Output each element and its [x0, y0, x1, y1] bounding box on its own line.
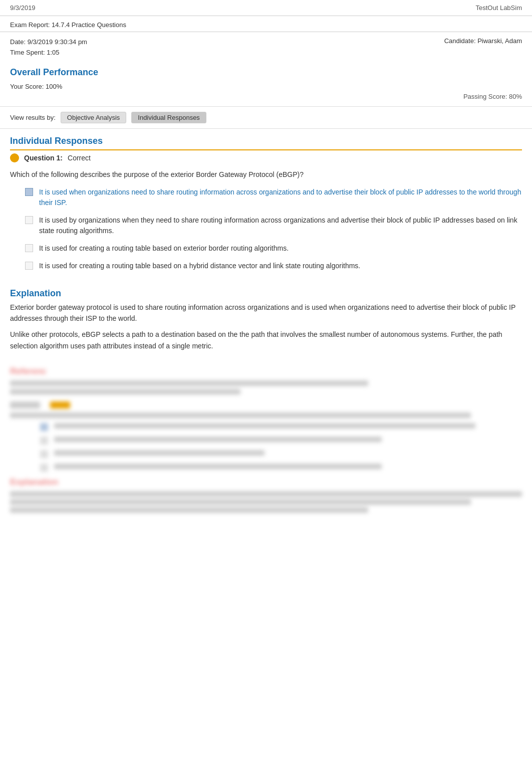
- explanation-para-1: Exterior border gateway protocol is used…: [10, 302, 522, 324]
- individual-responses-title: Individual Responses: [0, 129, 532, 149]
- blurred-a4: [10, 464, 522, 472]
- blurred-a4-text: [54, 464, 382, 469]
- score-left: Your Score: 100%: [10, 83, 62, 90]
- blurred-expl-line-3: [10, 507, 368, 513]
- candidate-name: Candidate: Piwarski, Adam: [444, 37, 522, 45]
- meta-bar: Date: 9/3/2019 9:30:34 pm Time Spent: 1:…: [0, 32, 532, 63]
- view-results-label: View results by:: [10, 114, 56, 121]
- answer-option-3: It is used for creating a routing table …: [10, 243, 522, 254]
- answer-option-1: It is used when organizations need to sh…: [10, 187, 522, 208]
- blurred-reference-section: Referenc Explanation: [0, 361, 532, 521]
- blurred-a3: [10, 450, 522, 459]
- meta-left: Date: 9/3/2019 9:30:34 pm Time Spent: 1:…: [10, 37, 87, 58]
- view-results-bar: View results by: Objective Analysis Indi…: [0, 106, 532, 129]
- answer-text-1: It is used when organizations need to sh…: [39, 187, 522, 208]
- exam-title-bar: Exam Report: 14.7.4 Practice Questions: [0, 16, 532, 32]
- question-1-text: Which of the following describes the pur…: [10, 169, 522, 180]
- question-1-label: Question 1:: [24, 154, 63, 162]
- meta-right: Candidate: Piwarski, Adam: [444, 37, 522, 58]
- blurred-a3-indicator: [40, 450, 48, 458]
- blurred-q2-header: [10, 402, 522, 409]
- answer-indicator-1: [25, 188, 33, 196]
- exam-date: Date: 9/3/2019 9:30:34 pm: [10, 37, 87, 48]
- answer-indicator-3: [25, 244, 33, 252]
- answer-text-2: It is used by organizations when they ne…: [39, 215, 522, 236]
- blurred-a1-text: [54, 423, 475, 429]
- question-1-block: Question 1: Correct Which of the followi…: [0, 149, 532, 283]
- blurred-reference-title: Referenc: [10, 366, 522, 376]
- explanation-title: Explanation: [0, 283, 532, 302]
- blurred-line-1: [10, 380, 368, 386]
- answer-option-4: It is used for creating a routing table …: [10, 261, 522, 271]
- question-1-status: Correct: [68, 154, 91, 162]
- blurred-q2-status: [50, 402, 70, 409]
- question-1-status-indicator: [10, 153, 19, 162]
- blurred-a2: [10, 437, 522, 445]
- blurred-expl-line-1: [10, 491, 522, 497]
- blurred-a2-indicator: [40, 437, 48, 445]
- tab-individual-responses[interactable]: Individual Responses: [131, 112, 206, 123]
- your-score: Your Score: 100%: [10, 83, 62, 90]
- blurred-a4-indicator: [40, 464, 48, 472]
- overall-performance-title: Overall Performance: [0, 63, 532, 80]
- answer-indicator-4: [25, 262, 33, 270]
- question-1-header: Question 1: Correct: [10, 149, 522, 165]
- page-date: 9/3/2019: [10, 4, 36, 12]
- passing-score: Passing Score: 80%: [463, 93, 522, 100]
- blurred-q2-label: [10, 402, 40, 409]
- blurred-a1: [10, 423, 522, 432]
- blurred-ref-block: [10, 380, 522, 395]
- score-right: Passing Score: 80%: [463, 83, 522, 100]
- top-bar: 9/3/2019 TestOut LabSim: [0, 0, 532, 16]
- blurred-q2-text: [10, 413, 471, 418]
- blurred-a3-text: [54, 450, 264, 456]
- answer-text-3: It is used for creating a routing table …: [39, 243, 289, 254]
- explanation-para-2: Unlike other protocols, eBGP selects a p…: [10, 329, 522, 351]
- blurred-expl-title: Explanation: [10, 477, 522, 487]
- blurred-a2-text: [54, 437, 382, 442]
- explanation-text: Exterior border gateway protocol is used…: [0, 302, 532, 362]
- score-area: Your Score: 100% Passing Score: 80%: [0, 80, 532, 103]
- blurred-expl-line-2: [10, 499, 471, 505]
- site-title: TestOut LabSim: [476, 4, 522, 12]
- blurred-line-2: [10, 389, 240, 395]
- answer-option-2: It is used by organizations when they ne…: [10, 215, 522, 236]
- answer-text-4: It is used for creating a routing table …: [39, 261, 360, 271]
- exam-title: Exam Report: 14.7.4 Practice Questions: [10, 21, 126, 29]
- tab-objective-analysis[interactable]: Objective Analysis: [61, 112, 127, 123]
- exam-time-spent: Time Spent: 1:05: [10, 48, 87, 58]
- blurred-a1-indicator: [40, 423, 48, 431]
- answer-indicator-2: [25, 216, 33, 224]
